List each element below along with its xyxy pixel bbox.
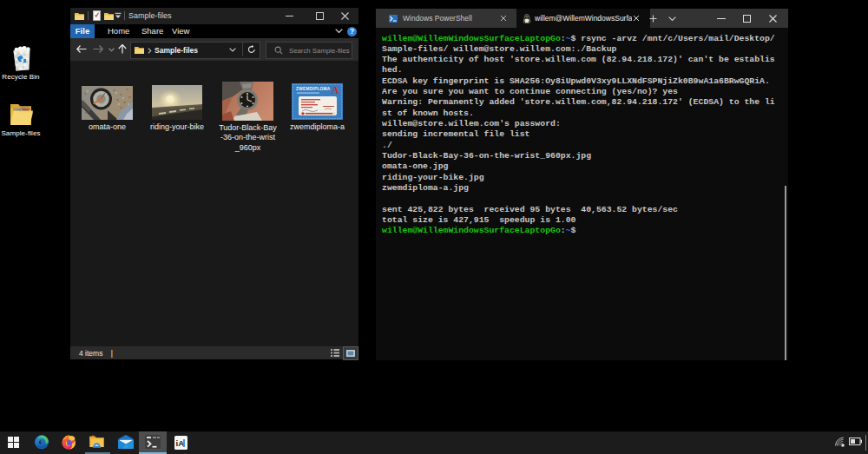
svg-text:A: A — [332, 84, 339, 96]
svg-text:ZWEMDIPLOMA: ZWEMDIPLOMA — [296, 87, 331, 91]
